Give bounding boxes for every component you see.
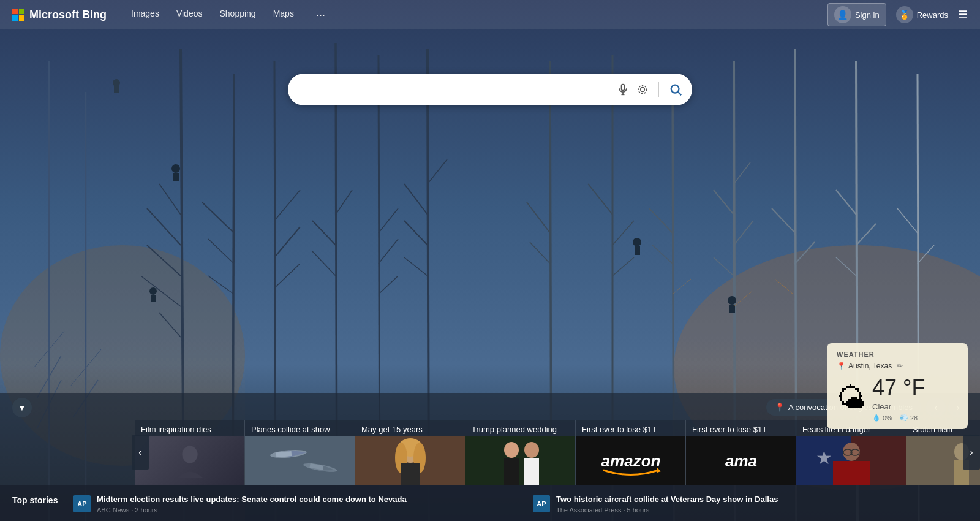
carousel-expand-button[interactable]: ▼ xyxy=(12,398,32,417)
signin-label: Sign in xyxy=(855,10,880,20)
microsoft-logo xyxy=(12,9,24,21)
svg-point-28 xyxy=(149,287,157,295)
story-items: AP Midterm election results live updates… xyxy=(74,494,968,514)
svg-point-50 xyxy=(633,238,641,246)
top-stories: Top stories AP Midterm election results … xyxy=(0,485,980,521)
svg-point-86 xyxy=(182,446,197,463)
svg-point-107 xyxy=(524,442,539,458)
card-amazon1-title: First ever to lose $1T xyxy=(576,420,685,436)
nav-videos[interactable]: Videos xyxy=(176,9,203,21)
hamburger-menu[interactable]: ☰ xyxy=(958,8,968,21)
card-planes[interactable]: Planes collide at show xyxy=(245,420,355,485)
weather-widget: WEATHER 📍 Austin, Texas ✏ 🌤 47 °F Clear … xyxy=(827,343,968,429)
card-fears[interactable]: Fears life in danger ★ xyxy=(796,420,907,485)
story-item-2[interactable]: AP Two historic aircraft collide at Vete… xyxy=(533,494,968,514)
search-button[interactable] xyxy=(669,83,682,96)
rain-icon: 💧 xyxy=(872,414,881,422)
card-trump-title: Trump planned wedding xyxy=(466,420,575,436)
svg-point-82 xyxy=(641,88,645,92)
svg-point-117 xyxy=(843,443,860,461)
card-next-arrow[interactable]: › xyxy=(963,435,980,470)
svg-rect-104 xyxy=(466,436,576,485)
story-source-1: ABC News · 2 hours xyxy=(97,506,508,514)
svg-point-84 xyxy=(671,85,679,93)
svg-point-83 xyxy=(638,85,646,93)
weather-wind: 💨 28 xyxy=(900,414,918,422)
carousel-container: ‹ Film inspiration dies xyxy=(0,420,980,485)
svg-line-85 xyxy=(678,92,681,95)
weather-temp: 47 °F xyxy=(872,375,925,401)
rain-value: 0% xyxy=(883,414,892,422)
weather-rain: 💧 0% xyxy=(872,414,892,422)
top-stories-label: Top stories xyxy=(12,495,61,505)
weather-description: Clear xyxy=(872,402,925,411)
svg-rect-51 xyxy=(635,246,640,255)
card-film-image xyxy=(135,436,244,485)
weather-main: 🌤 47 °F Clear 💧 0% 💨 28 xyxy=(837,375,958,422)
cards-wrapper: Film inspiration dies Planes collide at … xyxy=(135,420,980,485)
search-icons xyxy=(617,82,682,97)
user-icon: 👤 xyxy=(834,6,851,23)
svg-rect-118 xyxy=(833,461,870,485)
logo-area[interactable]: Microsoft Bing xyxy=(12,9,107,21)
svg-rect-11 xyxy=(114,86,119,93)
svg-rect-87 xyxy=(245,436,355,485)
svg-point-10 xyxy=(113,79,120,86)
card-15years-title: May get 15 years xyxy=(355,420,465,436)
svg-point-105 xyxy=(504,442,519,458)
weather-edit-button[interactable]: ✏ xyxy=(897,362,903,370)
search-divider xyxy=(658,82,659,97)
location-pin-icon: 📍 xyxy=(775,403,785,412)
card-trump-wedding[interactable]: Trump planned wedding xyxy=(466,420,576,485)
weather-label: WEATHER xyxy=(837,351,958,358)
svg-point-63 xyxy=(728,296,736,305)
card-15years[interactable]: May get 15 years xyxy=(355,420,466,485)
card-amazon2[interactable]: First ever to lose $1T ama xyxy=(686,420,796,485)
navbar: Microsoft Bing Images Videos Shopping Ma… xyxy=(0,0,980,29)
search-box xyxy=(288,74,692,105)
story-icon-1: AP xyxy=(74,495,91,512)
svg-text:★: ★ xyxy=(816,447,832,468)
story-title-2: Two historic aircraft collide at Veteran… xyxy=(556,494,968,505)
nav-more[interactable]: ··· xyxy=(316,9,325,21)
wind-value: 28 xyxy=(910,414,918,422)
svg-text:ama: ama xyxy=(725,452,756,470)
nav-images[interactable]: Images xyxy=(131,9,159,21)
svg-rect-108 xyxy=(524,458,539,485)
story-title-1: Midterm election results live updates: S… xyxy=(97,494,508,505)
svg-rect-103 xyxy=(401,463,420,485)
card-amazon2-image: ama xyxy=(686,436,796,485)
weather-info: 47 °F Clear 💧 0% 💨 28 xyxy=(872,375,925,422)
card-15years-image xyxy=(355,436,465,485)
rewards-label: Rewards xyxy=(917,10,948,20)
story-text-1: Midterm election results live updates: S… xyxy=(97,494,508,514)
svg-rect-106 xyxy=(504,458,519,485)
svg-rect-19 xyxy=(173,173,179,181)
card-planes-title: Planes collide at show xyxy=(245,420,355,436)
story-item-1[interactable]: AP Midterm election results live updates… xyxy=(74,494,508,514)
svg-rect-79 xyxy=(622,85,625,91)
brand-name: Microsoft Bing xyxy=(29,9,107,21)
card-amazon1[interactable]: First ever to lose $1T amazon xyxy=(576,420,686,485)
story-icon-2: AP xyxy=(533,495,550,512)
svg-point-18 xyxy=(172,164,180,173)
card-planes-image xyxy=(245,436,355,485)
wind-icon: 💨 xyxy=(900,414,908,422)
nav-links: Images Videos Shopping Maps ··· xyxy=(131,9,827,21)
camera-button[interactable] xyxy=(636,83,649,96)
card-film[interactable]: Film inspiration dies xyxy=(135,420,245,485)
weather-icon: 🌤 xyxy=(837,384,866,413)
microphone-button[interactable] xyxy=(617,83,629,96)
weather-city: Austin, Texas xyxy=(848,362,892,370)
nav-maps[interactable]: Maps xyxy=(273,9,294,21)
nav-shopping[interactable]: Shopping xyxy=(219,9,255,21)
location-dot-icon: 📍 xyxy=(837,362,846,370)
rewards-button[interactable]: 🏅 Rewards xyxy=(896,6,948,23)
weather-location: 📍 Austin, Texas ✏ xyxy=(837,362,958,370)
card-film-title: Film inspiration dies xyxy=(135,420,244,436)
card-fears-image: ★ xyxy=(796,436,906,485)
card-prev-arrow[interactable]: ‹ xyxy=(132,435,149,470)
search-input[interactable] xyxy=(298,84,617,95)
signin-button[interactable]: 👤 Sign in xyxy=(827,3,886,26)
weather-details: 💧 0% 💨 28 xyxy=(872,414,925,422)
